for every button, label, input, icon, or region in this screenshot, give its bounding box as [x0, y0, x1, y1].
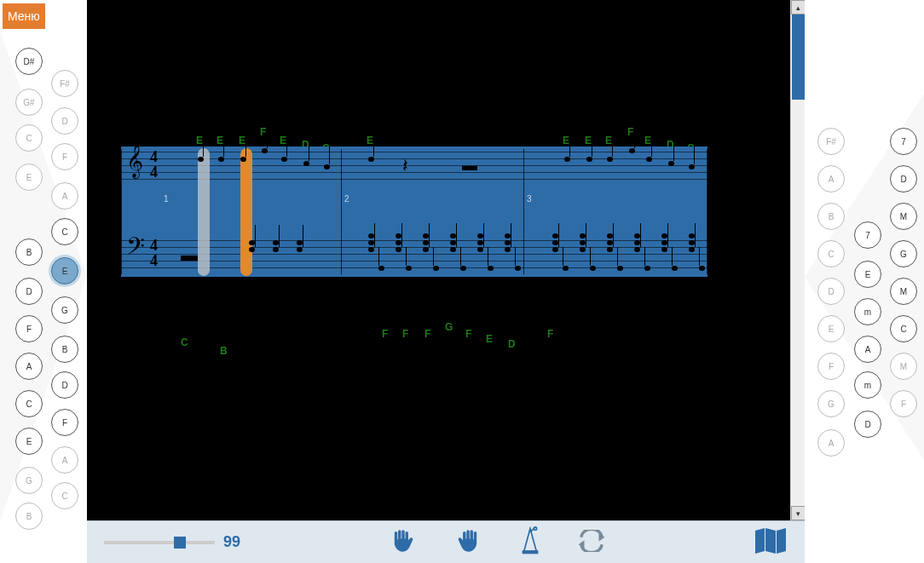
left-key-F[interactable]: F: [15, 315, 43, 342]
note-letters-row2: CBFFFGFEDF: [121, 336, 707, 362]
right-key-E[interactable]: E: [854, 261, 881, 288]
vertical-scrollbar[interactable]: ▴ ▾: [790, 0, 805, 520]
left-key-A[interactable]: A: [51, 182, 78, 210]
bottom-toolbar: 99: [87, 520, 805, 563]
left-key-G[interactable]: G: [51, 296, 78, 324]
tempo-value: 99: [223, 533, 240, 551]
scroll-thumb[interactable]: [792, 14, 805, 100]
time-sig-bot: 4: [150, 165, 158, 179]
note-letter: B: [220, 345, 228, 357]
right-key-A[interactable]: A: [854, 336, 881, 363]
right-key-G[interactable]: G: [890, 240, 917, 267]
bass-clef: 𝄢: [126, 233, 145, 267]
right-key-D[interactable]: D: [890, 165, 917, 192]
left-key-C[interactable]: C: [51, 218, 78, 245]
note-letter: E: [644, 135, 651, 146]
time-sig-top-bass: 4: [150, 238, 158, 252]
bar-number: 1: [164, 194, 169, 204]
right-key-C[interactable]: C: [890, 315, 917, 342]
rest-icon: ▬: [462, 157, 477, 175]
left-key-E[interactable]: E: [15, 428, 43, 455]
right-key-F[interactable]: F: [890, 390, 917, 417]
note-letter: E: [563, 135, 569, 146]
right-key-7[interactable]: 7: [890, 128, 917, 155]
note-letter: E: [367, 135, 373, 146]
left-key-B[interactable]: B: [15, 238, 43, 266]
tempo-slider[interactable]: [104, 541, 215, 544]
left-key-C[interactable]: C: [51, 482, 78, 509]
tempo-control: 99: [104, 533, 240, 551]
left-key-D#[interactable]: D#: [15, 48, 43, 75]
right-key-M[interactable]: M: [890, 353, 917, 380]
scroll-down-icon[interactable]: ▾: [791, 506, 805, 520]
left-key-D[interactable]: D: [15, 278, 43, 305]
right-key-A[interactable]: A: [817, 429, 845, 457]
left-keyboard: D#F#G#DCFEACBEDGFBADCFEAGCB: [0, 31, 87, 521]
playhead-marker[interactable]: [240, 148, 252, 276]
note-letter: E: [280, 135, 286, 146]
menu-button[interactable]: Меню: [3, 3, 45, 29]
left-key-G[interactable]: G: [15, 467, 43, 494]
treble-clef: 𝄞: [126, 145, 143, 178]
left-key-C[interactable]: C: [15, 124, 43, 152]
note-letter: G: [445, 321, 453, 333]
left-key-B[interactable]: B: [51, 336, 78, 363]
bar-number: 3: [527, 194, 532, 204]
note-letter: F: [465, 328, 471, 340]
right-hand-button[interactable]: [453, 526, 483, 559]
left-key-B[interactable]: B: [15, 503, 43, 530]
left-key-D[interactable]: D: [51, 371, 78, 399]
left-key-E[interactable]: E: [15, 164, 43, 191]
note-letter: C: [181, 336, 188, 348]
note-letter: F: [402, 328, 408, 340]
note-letter: F: [627, 126, 633, 138]
note-letter: F: [547, 328, 553, 340]
right-key-F[interactable]: F: [817, 353, 845, 380]
right-key-F#[interactable]: F#: [817, 128, 845, 155]
tempo-slider-knob[interactable]: [174, 537, 186, 549]
left-key-A[interactable]: A: [15, 353, 43, 380]
view-map-button[interactable]: [754, 527, 788, 558]
left-key-F[interactable]: F: [51, 143, 78, 170]
right-key-D[interactable]: D: [817, 278, 845, 305]
left-key-F#[interactable]: F#: [51, 70, 78, 97]
loop-button[interactable]: [577, 530, 606, 555]
right-key-M[interactable]: M: [890, 203, 917, 230]
left-key-F[interactable]: F: [51, 409, 78, 436]
note-letter: E: [239, 135, 245, 146]
scroll-up-icon[interactable]: ▴: [791, 0, 805, 14]
left-key-G#[interactable]: G#: [15, 89, 43, 116]
rest-icon: ▬: [181, 245, 198, 265]
right-keyboard: F#7ADB7MCGEDMmECAFMmGFDA: [805, 94, 924, 460]
left-key-A[interactable]: A: [51, 446, 78, 474]
right-key-D[interactable]: D: [854, 411, 881, 438]
right-key-B[interactable]: B: [817, 203, 845, 230]
note-letter: F: [260, 126, 266, 138]
note-letter: E: [196, 135, 203, 146]
score-area[interactable]: EEEFEDCEEEEFEDC 𝄞 𝄢 4 4 4 4 1 2 3 ▬ �: [87, 0, 805, 520]
note-letter: E: [605, 135, 612, 146]
right-key-G[interactable]: G: [817, 390, 845, 417]
left-key-E[interactable]: E: [51, 257, 78, 284]
right-key-7[interactable]: 7: [854, 221, 881, 249]
left-key-C[interactable]: C: [15, 390, 43, 417]
time-sig-bot-bass: 4: [150, 254, 158, 267]
note-letter: E: [585, 135, 592, 146]
start-marker[interactable]: [198, 148, 210, 276]
metronome-button[interactable]: [517, 526, 543, 559]
note-letter: E: [217, 135, 223, 146]
staff-block: 𝄞 𝄢 4 4 4 4 1 2 3 ▬ 𝄽 ▬: [121, 146, 707, 277]
note-letter: F: [382, 328, 388, 340]
note-letter: F: [424, 328, 430, 340]
right-key-M[interactable]: M: [890, 278, 917, 305]
note-letter: D: [508, 338, 516, 350]
time-sig-top: 4: [150, 150, 158, 164]
right-key-m[interactable]: m: [854, 298, 881, 325]
right-key-A[interactable]: A: [817, 165, 845, 192]
right-key-C[interactable]: C: [817, 240, 845, 267]
right-key-E[interactable]: E: [817, 315, 845, 342]
left-hand-button[interactable]: [388, 526, 419, 559]
svg-rect-0: [523, 550, 539, 554]
left-key-D[interactable]: D: [51, 107, 78, 135]
right-key-m[interactable]: m: [854, 371, 881, 399]
